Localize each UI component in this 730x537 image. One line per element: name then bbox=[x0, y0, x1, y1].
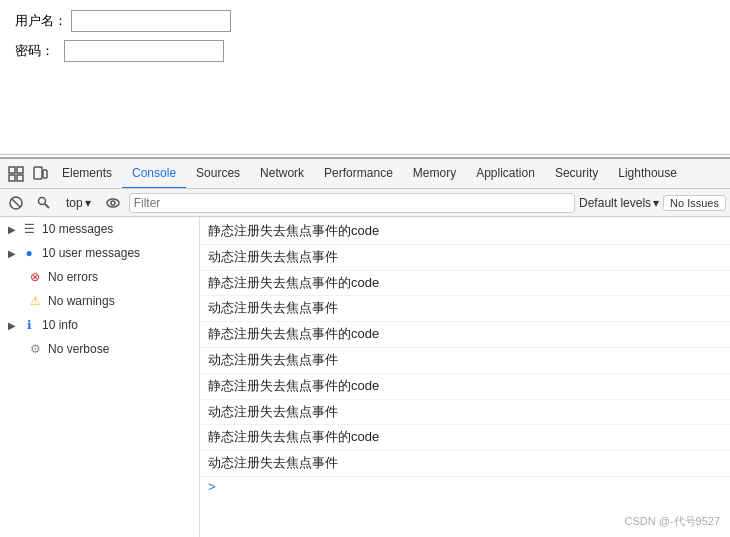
default-levels-label: Default levels bbox=[579, 196, 651, 210]
verbose-icon: ⚙ bbox=[28, 342, 42, 356]
svg-point-8 bbox=[39, 197, 46, 204]
filter-input[interactable] bbox=[129, 193, 575, 213]
username-label: 用户名： bbox=[15, 12, 67, 30]
levels-arrow: ▾ bbox=[653, 196, 659, 210]
tab-console[interactable]: Console bbox=[122, 159, 186, 189]
devtools-tab-bar: Elements Console Sources Network Perform… bbox=[0, 159, 730, 189]
tab-network[interactable]: Network bbox=[250, 159, 314, 189]
context-selector[interactable]: top ▾ bbox=[60, 194, 97, 212]
page-content: 用户名： 密码： bbox=[0, 0, 730, 155]
console-prompt[interactable]: > bbox=[200, 477, 730, 496]
log-entry: 静态注册失去焦点事件的code bbox=[200, 219, 730, 245]
svg-rect-2 bbox=[17, 167, 23, 173]
warnings-label: No warnings bbox=[48, 294, 191, 308]
clear-console-icon[interactable] bbox=[4, 191, 28, 215]
devtools-panel: Elements Console Sources Network Perform… bbox=[0, 157, 730, 537]
warning-icon: ⚠ bbox=[28, 294, 42, 308]
messages-arrow: ▶ bbox=[8, 224, 16, 235]
eye-icon[interactable] bbox=[101, 191, 125, 215]
svg-rect-1 bbox=[9, 175, 15, 181]
svg-rect-0 bbox=[9, 167, 15, 173]
info-icon: ℹ bbox=[22, 318, 36, 332]
log-entry: 动态注册失去焦点事件 bbox=[200, 451, 730, 477]
inspect-icon[interactable] bbox=[4, 162, 28, 186]
info-arrow: ▶ bbox=[8, 320, 16, 331]
sidebar-item-errors[interactable]: ⊗ No errors bbox=[0, 265, 199, 289]
username-row: 用户名： bbox=[15, 10, 715, 32]
tab-application[interactable]: Application bbox=[466, 159, 545, 189]
sidebar-item-verbose[interactable]: ⚙ No verbose bbox=[0, 337, 199, 361]
svg-rect-3 bbox=[17, 175, 23, 181]
tab-sources[interactable]: Sources bbox=[186, 159, 250, 189]
console-log: 静态注册失去焦点事件的code动态注册失去焦点事件静态注册失去焦点事件的code… bbox=[200, 217, 730, 537]
log-entry: 静态注册失去焦点事件的code bbox=[200, 374, 730, 400]
svg-rect-5 bbox=[43, 170, 47, 178]
log-entry: 静态注册失去焦点事件的code bbox=[200, 425, 730, 451]
password-label: 密码： bbox=[15, 42, 60, 60]
console-toolbar: top ▾ Default levels ▾ No Issues bbox=[0, 189, 730, 217]
log-entry: 动态注册失去焦点事件 bbox=[200, 296, 730, 322]
info-label: 10 info bbox=[42, 318, 191, 332]
sidebar-item-info[interactable]: ▶ ℹ 10 info bbox=[0, 313, 199, 337]
svg-rect-4 bbox=[34, 167, 42, 179]
user-messages-label: 10 user messages bbox=[42, 246, 191, 260]
sidebar-item-messages[interactable]: ▶ ☰ 10 messages bbox=[0, 217, 199, 241]
log-entry: 动态注册失去焦点事件 bbox=[200, 400, 730, 426]
svg-point-10 bbox=[107, 199, 119, 207]
sidebar-item-user-messages[interactable]: ▶ ● 10 user messages bbox=[0, 241, 199, 265]
log-entry: 静态注册失去焦点事件的code bbox=[200, 322, 730, 348]
messages-label: 10 messages bbox=[42, 222, 191, 236]
context-value: top bbox=[66, 196, 83, 210]
tab-memory[interactable]: Memory bbox=[403, 159, 466, 189]
svg-line-7 bbox=[12, 199, 20, 207]
error-icon: ⊗ bbox=[28, 270, 42, 284]
user-icon: ● bbox=[22, 246, 36, 260]
default-levels-button[interactable]: Default levels ▾ bbox=[579, 196, 659, 210]
verbose-label: No verbose bbox=[48, 342, 191, 356]
svg-point-11 bbox=[111, 201, 115, 205]
context-arrow: ▾ bbox=[85, 196, 91, 210]
tab-lighthouse[interactable]: Lighthouse bbox=[608, 159, 687, 189]
filter-icon[interactable] bbox=[32, 191, 56, 215]
tab-elements[interactable]: Elements bbox=[52, 159, 122, 189]
console-sidebar: ▶ ☰ 10 messages ▶ ● 10 user messages ⊗ N… bbox=[0, 217, 200, 537]
watermark: CSDN @-代号9527 bbox=[624, 514, 720, 529]
svg-line-9 bbox=[45, 204, 49, 208]
log-entry: 动态注册失去焦点事件 bbox=[200, 348, 730, 374]
password-row: 密码： bbox=[15, 40, 715, 62]
console-content: ▶ ☰ 10 messages ▶ ● 10 user messages ⊗ N… bbox=[0, 217, 730, 537]
tab-security[interactable]: Security bbox=[545, 159, 608, 189]
errors-label: No errors bbox=[48, 270, 191, 284]
messages-icon: ☰ bbox=[22, 222, 36, 236]
log-entry: 静态注册失去焦点事件的code bbox=[200, 271, 730, 297]
tab-performance[interactable]: Performance bbox=[314, 159, 403, 189]
sidebar-item-warnings[interactable]: ⚠ No warnings bbox=[0, 289, 199, 313]
username-input[interactable] bbox=[71, 10, 231, 32]
no-issues-badge: No Issues bbox=[663, 195, 726, 211]
password-input[interactable] bbox=[64, 40, 224, 62]
device-icon[interactable] bbox=[28, 162, 52, 186]
user-messages-arrow: ▶ bbox=[8, 248, 16, 259]
log-entry: 动态注册失去焦点事件 bbox=[200, 245, 730, 271]
